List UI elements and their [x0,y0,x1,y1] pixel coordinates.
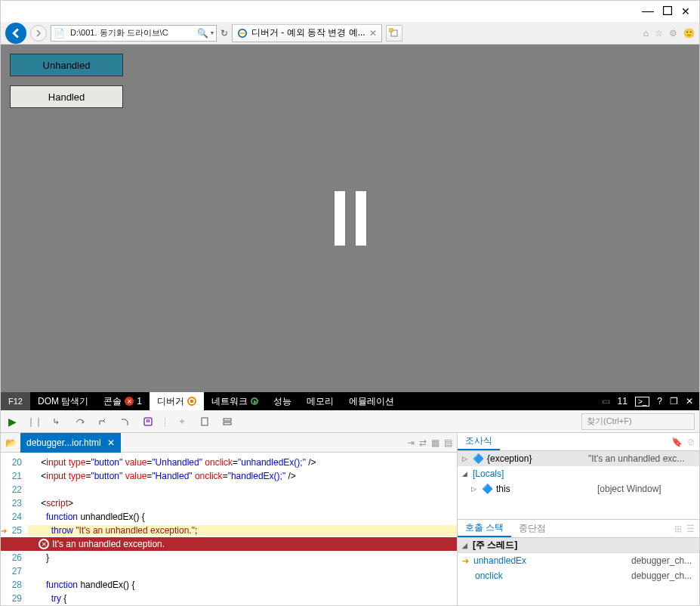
responsive-icon[interactable]: ▭ [602,396,610,407]
maximize-button[interactable] [663,6,672,17]
tab-action-1-icon[interactable]: ⇥ [407,437,415,448]
debugger-toolbar: ▶ ❙❙ | ✦ 찾기(Ctrl+F) [1,410,699,433]
nav-back-button[interactable] [5,23,26,44]
tab-action-4-icon[interactable]: ▤ [444,437,452,448]
svg-rect-8 [224,419,231,421]
collapse-icon[interactable]: ◢ [462,470,470,478]
tab-memory[interactable]: 메모리 [299,392,341,410]
source-file-tab[interactable]: debugger...ior.html ✕ [20,433,121,453]
delete-watch-icon[interactable]: ⊘ [687,437,695,447]
svg-rect-7 [202,418,208,425]
help-icon[interactable]: ? [657,396,662,407]
step-out-button[interactable] [96,415,109,428]
thread-header[interactable]: ◢ [주 스레드] [458,538,699,553]
watch-list[interactable]: ▷ 🔷 {exception} "It's an unhandled exc..… [458,451,699,520]
async-icon[interactable]: ⊞ [674,524,682,534]
separator: | [164,416,166,427]
ie-icon [237,28,248,39]
step-over-button[interactable] [73,415,87,428]
settings-icon[interactable]: ⚙ [669,28,677,39]
expand-icon[interactable]: ▷ [462,455,470,462]
search-icon[interactable]: 🔍 [197,28,208,39]
step-into-button[interactable] [51,415,64,428]
new-tab-button[interactable] [386,25,402,42]
svg-rect-6 [149,419,150,422]
page-content: Unhandled Handled [1,45,699,392]
tab-title: 디버거 - 예외 동작 변경 예... [251,26,365,39]
cube-icon: 🔷 [482,484,493,494]
svg-rect-4 [144,418,152,425]
window-titlebar: — ✕ [1,1,699,22]
unhandled-button[interactable]: Unhandled [10,54,123,76]
tab-action-2-icon[interactable]: ⇄ [419,437,427,448]
address-text: D:\001. 동기화 드라이브\C [67,27,197,39]
pause-overlay-icon [335,191,366,246]
undock-icon[interactable]: ❐ [670,396,678,407]
svg-rect-9 [224,422,231,425]
tab-action-3-icon[interactable]: ▦ [431,437,439,448]
library-icon[interactable]: ☰ [686,524,695,534]
dropdown-icon[interactable]: ▾ [211,29,214,36]
network-record-icon [251,397,258,405]
tab-performance[interactable]: 성능 [266,392,299,410]
watch-this-row[interactable]: ▷ 🔷 this [object Window] [458,481,699,496]
exception-behavior-button[interactable] [141,415,155,428]
stack-frame[interactable]: onclick debugger_ch... [458,568,699,583]
exception-inline-message: ✕It's an unhandled exception. [1,537,457,551]
home-icon[interactable]: ⌂ [643,28,649,39]
close-file-icon[interactable]: ✕ [107,437,115,448]
side-panel: 조사식 🔖 ⊘ ▷ 🔷 {exception} "It's an unhandl… [458,433,699,606]
address-bar[interactable]: 📄 D:\001. 동기화 드라이브\C 🔍 ▾ [51,25,217,42]
f12-label: F12 [1,392,30,410]
console-pane-icon[interactable]: >_ [635,397,649,407]
pause-button[interactable]: ❙❙ [28,415,42,428]
svg-rect-3 [390,29,393,32]
search-input[interactable]: 찾기(Ctrl+F) [581,413,695,430]
counter: 11 [618,396,628,407]
add-watch-icon[interactable]: 🔖 [671,437,683,447]
tab-emulation[interactable]: 에뮬레이션 [341,392,402,410]
feedback-icon[interactable]: 🙂 [683,28,695,39]
svg-rect-0 [664,6,672,14]
console-error-badge: ✕ [125,397,134,406]
stack-frame[interactable]: ➔ unhandledEx debugger_ch... [458,553,699,568]
favorites-icon[interactable]: ☆ [655,28,663,39]
devtools-tabbar: F12 DOM 탐색기 콘솔 ✕1 디버거 네트워크 성능 메모리 에뮬레이션 … [1,392,699,410]
tab-network[interactable]: 네트워크 [204,392,266,410]
svg-rect-5 [146,419,148,422]
tab-console[interactable]: 콘솔 ✕1 [96,392,150,410]
tab-dom-explorer[interactable]: DOM 탐색기 [30,392,96,410]
minimize-button[interactable]: — [642,5,654,18]
watch-exception-row[interactable]: ▷ 🔷 {exception} "It's an unhandled exc..… [458,451,699,466]
word-wrap-button[interactable] [198,415,211,428]
source-map-button[interactable] [220,415,234,428]
tab-debugger[interactable]: 디버거 [150,392,204,410]
tab-callstack[interactable]: 호출 스택 [458,520,511,537]
source-panel: 📂 debugger...ior.html ✕ ⇥ ⇄ ▦ ▤ 20 <inpu… [1,433,458,606]
collapse-icon[interactable]: ◢ [462,542,470,549]
debugger-main: 📂 debugger...ior.html ✕ ⇥ ⇄ ▦ ▤ 20 <inpu… [1,433,699,606]
open-file-button[interactable]: 📂 [1,433,20,453]
tab-close-icon[interactable]: ✕ [369,28,377,39]
browser-tab[interactable]: 디버거 - 예외 동작 변경 예... ✕ [232,24,382,42]
handled-button[interactable]: Handled [10,85,123,108]
ie-toolbar: 📄 D:\001. 동기화 드라이브\C 🔍 ▾ ↻ 디버거 - 예외 동작 변… [1,22,699,45]
break-new-worker-button[interactable] [119,415,132,428]
debugger-paused-icon [187,397,196,406]
devtools-close-icon[interactable]: ✕ [686,396,693,407]
cube-icon: 🔷 [473,453,484,464]
window-close-button[interactable]: ✕ [681,5,690,17]
expand-icon[interactable]: ▷ [471,485,479,493]
pretty-print-button[interactable]: ✦ [175,415,189,428]
nav-forward-button[interactable] [30,25,47,42]
callstack-list[interactable]: ◢ [주 스레드] ➔ unhandledEx debugger_ch... o… [458,538,699,606]
watch-locals-row[interactable]: ◢ [Locals] [458,466,699,481]
refresh-button[interactable]: ↻ [220,28,228,39]
tab-breakpoints[interactable]: 중단점 [511,520,554,537]
code-editor[interactable]: 20 <input type="button" value="Unhandled… [1,453,457,606]
tab-watch[interactable]: 조사식 [458,433,500,450]
current-frame-icon: ➔ [462,556,469,566]
continue-button[interactable]: ▶ [5,415,19,428]
